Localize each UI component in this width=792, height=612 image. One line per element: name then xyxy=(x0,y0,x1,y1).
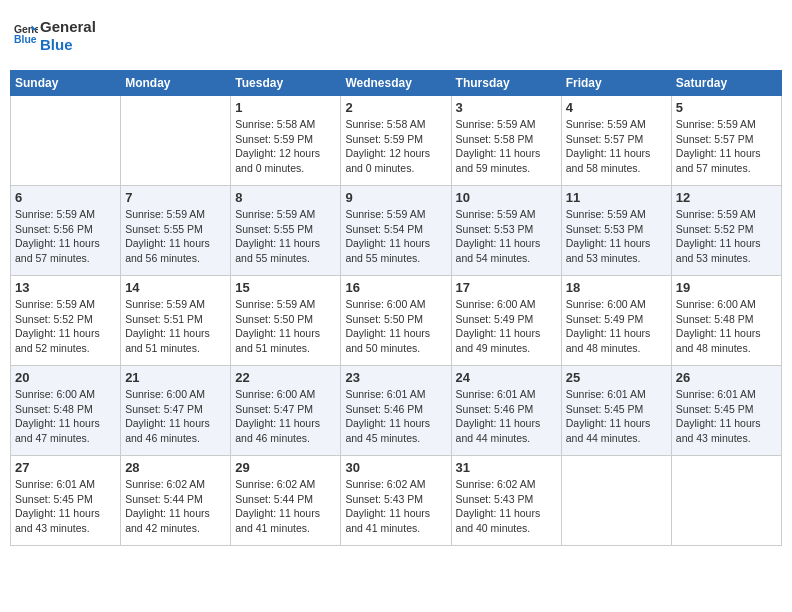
calendar-cell xyxy=(671,456,781,546)
day-info: Sunrise: 5:59 AM Sunset: 5:53 PM Dayligh… xyxy=(456,207,557,266)
day-info: Sunrise: 6:02 AM Sunset: 5:44 PM Dayligh… xyxy=(125,477,226,536)
day-number: 20 xyxy=(15,370,116,385)
day-info: Sunrise: 6:01 AM Sunset: 5:46 PM Dayligh… xyxy=(345,387,446,446)
calendar-cell: 24Sunrise: 6:01 AM Sunset: 5:46 PM Dayli… xyxy=(451,366,561,456)
logo-text-line1: General xyxy=(40,18,96,36)
day-number: 19 xyxy=(676,280,777,295)
calendar-cell: 8Sunrise: 5:59 AM Sunset: 5:55 PM Daylig… xyxy=(231,186,341,276)
day-number: 7 xyxy=(125,190,226,205)
logo: General Blue General Blue xyxy=(14,18,96,54)
page-header: General Blue General Blue xyxy=(10,10,782,62)
day-number: 5 xyxy=(676,100,777,115)
day-info: Sunrise: 6:01 AM Sunset: 5:45 PM Dayligh… xyxy=(676,387,777,446)
day-info: Sunrise: 5:59 AM Sunset: 5:50 PM Dayligh… xyxy=(235,297,336,356)
calendar-cell: 26Sunrise: 6:01 AM Sunset: 5:45 PM Dayli… xyxy=(671,366,781,456)
day-number: 17 xyxy=(456,280,557,295)
day-number: 16 xyxy=(345,280,446,295)
day-info: Sunrise: 6:01 AM Sunset: 5:45 PM Dayligh… xyxy=(15,477,116,536)
calendar-week-row: 6Sunrise: 5:59 AM Sunset: 5:56 PM Daylig… xyxy=(11,186,782,276)
day-number: 22 xyxy=(235,370,336,385)
day-number: 28 xyxy=(125,460,226,475)
day-number: 11 xyxy=(566,190,667,205)
column-header-saturday: Saturday xyxy=(671,71,781,96)
day-number: 26 xyxy=(676,370,777,385)
calendar-cell: 2Sunrise: 5:58 AM Sunset: 5:59 PM Daylig… xyxy=(341,96,451,186)
day-number: 31 xyxy=(456,460,557,475)
calendar-cell: 13Sunrise: 5:59 AM Sunset: 5:52 PM Dayli… xyxy=(11,276,121,366)
calendar-cell: 7Sunrise: 5:59 AM Sunset: 5:55 PM Daylig… xyxy=(121,186,231,276)
day-info: Sunrise: 6:00 AM Sunset: 5:50 PM Dayligh… xyxy=(345,297,446,356)
calendar-cell: 27Sunrise: 6:01 AM Sunset: 5:45 PM Dayli… xyxy=(11,456,121,546)
day-info: Sunrise: 5:59 AM Sunset: 5:58 PM Dayligh… xyxy=(456,117,557,176)
day-number: 8 xyxy=(235,190,336,205)
day-info: Sunrise: 5:59 AM Sunset: 5:54 PM Dayligh… xyxy=(345,207,446,266)
calendar-header-row: SundayMondayTuesdayWednesdayThursdayFrid… xyxy=(11,71,782,96)
calendar-cell: 1Sunrise: 5:58 AM Sunset: 5:59 PM Daylig… xyxy=(231,96,341,186)
calendar-week-row: 13Sunrise: 5:59 AM Sunset: 5:52 PM Dayli… xyxy=(11,276,782,366)
day-number: 10 xyxy=(456,190,557,205)
calendar-cell xyxy=(11,96,121,186)
column-header-thursday: Thursday xyxy=(451,71,561,96)
calendar-cell: 17Sunrise: 6:00 AM Sunset: 5:49 PM Dayli… xyxy=(451,276,561,366)
day-number: 24 xyxy=(456,370,557,385)
day-info: Sunrise: 5:59 AM Sunset: 5:52 PM Dayligh… xyxy=(15,297,116,356)
day-info: Sunrise: 6:02 AM Sunset: 5:43 PM Dayligh… xyxy=(345,477,446,536)
day-info: Sunrise: 6:01 AM Sunset: 5:45 PM Dayligh… xyxy=(566,387,667,446)
logo-text-line2: Blue xyxy=(40,36,96,54)
day-info: Sunrise: 6:00 AM Sunset: 5:48 PM Dayligh… xyxy=(676,297,777,356)
day-number: 3 xyxy=(456,100,557,115)
day-info: Sunrise: 5:58 AM Sunset: 5:59 PM Dayligh… xyxy=(235,117,336,176)
day-number: 6 xyxy=(15,190,116,205)
calendar-cell: 18Sunrise: 6:00 AM Sunset: 5:49 PM Dayli… xyxy=(561,276,671,366)
calendar-cell: 21Sunrise: 6:00 AM Sunset: 5:47 PM Dayli… xyxy=(121,366,231,456)
day-info: Sunrise: 6:00 AM Sunset: 5:47 PM Dayligh… xyxy=(125,387,226,446)
day-info: Sunrise: 6:00 AM Sunset: 5:49 PM Dayligh… xyxy=(566,297,667,356)
day-number: 1 xyxy=(235,100,336,115)
calendar-cell xyxy=(121,96,231,186)
calendar-cell: 6Sunrise: 5:59 AM Sunset: 5:56 PM Daylig… xyxy=(11,186,121,276)
calendar-week-row: 1Sunrise: 5:58 AM Sunset: 5:59 PM Daylig… xyxy=(11,96,782,186)
day-info: Sunrise: 5:58 AM Sunset: 5:59 PM Dayligh… xyxy=(345,117,446,176)
day-number: 12 xyxy=(676,190,777,205)
day-info: Sunrise: 6:02 AM Sunset: 5:44 PM Dayligh… xyxy=(235,477,336,536)
calendar-cell: 29Sunrise: 6:02 AM Sunset: 5:44 PM Dayli… xyxy=(231,456,341,546)
day-info: Sunrise: 6:02 AM Sunset: 5:43 PM Dayligh… xyxy=(456,477,557,536)
day-info: Sunrise: 6:00 AM Sunset: 5:47 PM Dayligh… xyxy=(235,387,336,446)
day-info: Sunrise: 5:59 AM Sunset: 5:51 PM Dayligh… xyxy=(125,297,226,356)
column-header-friday: Friday xyxy=(561,71,671,96)
calendar-cell: 15Sunrise: 5:59 AM Sunset: 5:50 PM Dayli… xyxy=(231,276,341,366)
calendar-cell: 30Sunrise: 6:02 AM Sunset: 5:43 PM Dayli… xyxy=(341,456,451,546)
day-info: Sunrise: 5:59 AM Sunset: 5:53 PM Dayligh… xyxy=(566,207,667,266)
calendar-cell: 10Sunrise: 5:59 AM Sunset: 5:53 PM Dayli… xyxy=(451,186,561,276)
calendar-cell: 9Sunrise: 5:59 AM Sunset: 5:54 PM Daylig… xyxy=(341,186,451,276)
calendar-cell: 3Sunrise: 5:59 AM Sunset: 5:58 PM Daylig… xyxy=(451,96,561,186)
calendar-cell xyxy=(561,456,671,546)
column-header-sunday: Sunday xyxy=(11,71,121,96)
calendar-cell: 16Sunrise: 6:00 AM Sunset: 5:50 PM Dayli… xyxy=(341,276,451,366)
column-header-wednesday: Wednesday xyxy=(341,71,451,96)
day-number: 2 xyxy=(345,100,446,115)
day-info: Sunrise: 5:59 AM Sunset: 5:56 PM Dayligh… xyxy=(15,207,116,266)
day-info: Sunrise: 5:59 AM Sunset: 5:52 PM Dayligh… xyxy=(676,207,777,266)
calendar-cell: 11Sunrise: 5:59 AM Sunset: 5:53 PM Dayli… xyxy=(561,186,671,276)
column-header-tuesday: Tuesday xyxy=(231,71,341,96)
day-info: Sunrise: 6:00 AM Sunset: 5:49 PM Dayligh… xyxy=(456,297,557,356)
day-number: 21 xyxy=(125,370,226,385)
day-number: 13 xyxy=(15,280,116,295)
day-number: 25 xyxy=(566,370,667,385)
day-info: Sunrise: 6:01 AM Sunset: 5:46 PM Dayligh… xyxy=(456,387,557,446)
calendar-cell: 28Sunrise: 6:02 AM Sunset: 5:44 PM Dayli… xyxy=(121,456,231,546)
calendar-cell: 5Sunrise: 5:59 AM Sunset: 5:57 PM Daylig… xyxy=(671,96,781,186)
calendar-table: SundayMondayTuesdayWednesdayThursdayFrid… xyxy=(10,70,782,546)
day-number: 18 xyxy=(566,280,667,295)
calendar-cell: 23Sunrise: 6:01 AM Sunset: 5:46 PM Dayli… xyxy=(341,366,451,456)
day-info: Sunrise: 5:59 AM Sunset: 5:55 PM Dayligh… xyxy=(125,207,226,266)
calendar-week-row: 27Sunrise: 6:01 AM Sunset: 5:45 PM Dayli… xyxy=(11,456,782,546)
logo-icon: General Blue xyxy=(14,22,38,46)
calendar-cell: 25Sunrise: 6:01 AM Sunset: 5:45 PM Dayli… xyxy=(561,366,671,456)
day-number: 14 xyxy=(125,280,226,295)
day-info: Sunrise: 5:59 AM Sunset: 5:57 PM Dayligh… xyxy=(676,117,777,176)
calendar-cell: 19Sunrise: 6:00 AM Sunset: 5:48 PM Dayli… xyxy=(671,276,781,366)
day-number: 23 xyxy=(345,370,446,385)
day-number: 29 xyxy=(235,460,336,475)
